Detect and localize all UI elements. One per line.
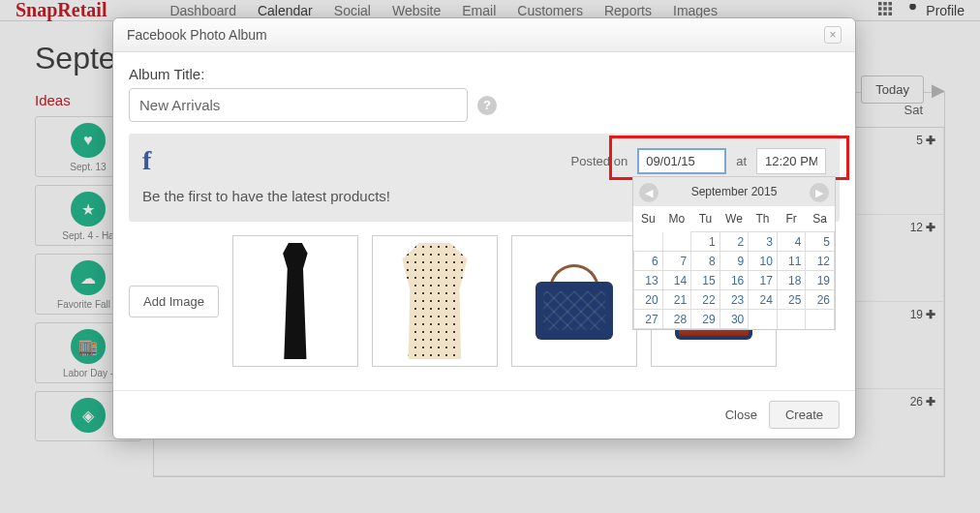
post-date-input[interactable] [637, 148, 726, 174]
close-icon[interactable]: × [824, 26, 842, 44]
dp-day[interactable]: 26 [806, 290, 835, 310]
dp-day[interactable]: 16 [720, 271, 749, 290]
dp-day[interactable]: 8 [691, 252, 720, 271]
dp-day[interactable]: 11 [777, 252, 806, 271]
dp-day[interactable]: 12 [806, 252, 835, 271]
dp-day[interactable]: 28 [662, 310, 691, 329]
dp-day[interactable]: 17 [749, 271, 778, 290]
dp-day[interactable]: 15 [691, 271, 720, 290]
dp-dow: Sa [806, 206, 835, 232]
dp-grid: SuMoTuWeThFrSa 1234567891011121314151617… [633, 206, 835, 329]
dp-day[interactable]: 27 [634, 310, 663, 329]
dp-day[interactable]: 23 [720, 290, 749, 310]
dp-day[interactable]: 2 [720, 232, 749, 252]
modal-title: Facebook Photo Album [127, 27, 267, 43]
dp-day[interactable]: 5 [806, 232, 835, 252]
dp-day[interactable]: 18 [777, 271, 806, 290]
facebook-icon: f [142, 145, 151, 176]
date-picker: ◀ September 2015 ▶ SuMoTuWeThFrSa 123456… [632, 176, 836, 330]
facebook-album-modal: Facebook Photo Album × Album Title: ? f … [112, 17, 856, 439]
dp-day[interactable]: 30 [720, 310, 749, 329]
dp-day[interactable]: 7 [662, 252, 691, 271]
dp-day[interactable]: 1 [691, 232, 720, 252]
add-image-button[interactable]: Add Image [129, 286, 219, 317]
dp-dow: We [720, 206, 749, 232]
album-title-label: Album Title: [129, 66, 840, 82]
dp-day[interactable]: 10 [749, 252, 778, 271]
post-time-input[interactable] [756, 148, 826, 174]
product-bag-quilted [526, 262, 623, 340]
dp-prev-icon[interactable]: ◀ [639, 183, 658, 202]
dp-day[interactable]: 19 [806, 271, 835, 290]
dp-day[interactable]: 21 [662, 290, 691, 310]
at-label: at [736, 154, 747, 168]
dp-month-label: September 2015 [691, 185, 778, 198]
dp-day[interactable]: 13 [634, 271, 663, 290]
dp-day[interactable]: 24 [749, 290, 778, 310]
dp-dow: Su [634, 206, 663, 232]
dp-dow: Mo [662, 206, 691, 232]
album-thumb[interactable] [511, 235, 637, 367]
product-blouse [396, 243, 474, 359]
close-button[interactable]: Close [725, 401, 757, 429]
product-black-dress [267, 243, 323, 359]
dp-day[interactable]: 29 [691, 310, 720, 329]
dp-dow: Fr [777, 206, 806, 232]
dp-day[interactable]: 14 [662, 271, 691, 290]
dp-day[interactable]: 6 [634, 252, 663, 271]
posted-on-label: Posted on [571, 154, 628, 168]
dp-day[interactable]: 20 [634, 290, 663, 310]
dp-day[interactable]: 3 [749, 232, 778, 252]
album-title-input[interactable] [129, 88, 468, 122]
post-block: f Posted on at Be the first to have the … [129, 134, 840, 222]
dp-day[interactable]: 4 [777, 232, 806, 252]
dp-next-icon[interactable]: ▶ [810, 183, 829, 202]
dp-day[interactable]: 9 [720, 252, 749, 271]
dp-dow: Tu [691, 206, 720, 232]
help-icon[interactable]: ? [477, 96, 497, 115]
dp-day[interactable]: 22 [691, 290, 720, 310]
album-thumb[interactable] [372, 235, 498, 367]
create-button[interactable]: Create [769, 401, 840, 429]
album-thumb[interactable] [232, 235, 358, 367]
dp-dow: Th [749, 206, 778, 232]
dp-day[interactable]: 25 [777, 290, 806, 310]
